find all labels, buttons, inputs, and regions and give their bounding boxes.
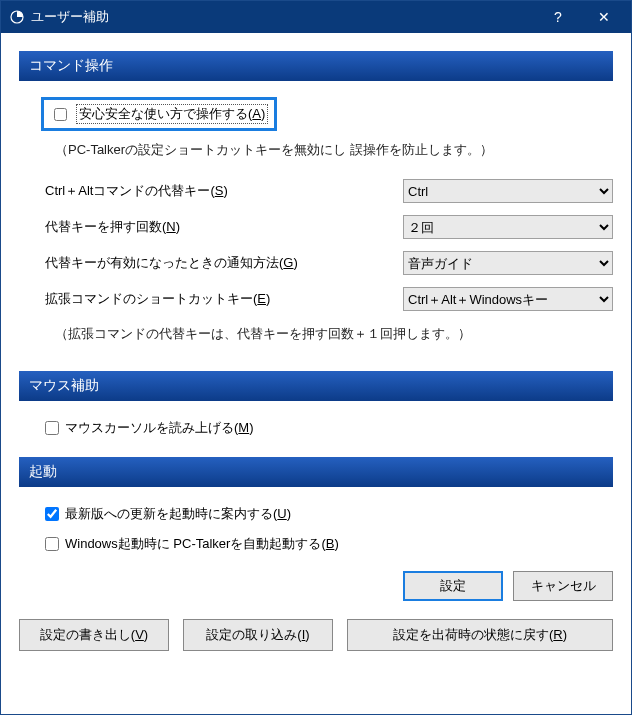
row-ext-key: 拡張コマンドのショートカットキー(E) Ctrl＋Alt＋Windowsキー — [19, 281, 613, 317]
row-count: 代替キーを押す回数(N) ２回 — [19, 209, 613, 245]
autostart-label[interactable]: Windows起動時に PC-Talkerを自動起動する(B) — [65, 535, 339, 553]
alt-key-select[interactable]: Ctrl — [403, 179, 613, 203]
section-command-header: コマンド操作 — [19, 51, 613, 81]
safe-mode-checkbox[interactable] — [54, 108, 67, 121]
section-mouse-header: マウス補助 — [19, 371, 613, 401]
cancel-button[interactable]: キャンセル — [513, 571, 613, 601]
titlebar: ユーザー補助 ? ✕ — [1, 1, 631, 33]
read-cursor-row: マウスカーソルを読み上げる(M) — [19, 413, 613, 443]
ext-key-label: 拡張コマンドのショートカットキー(E) — [45, 290, 403, 308]
app-icon — [9, 9, 25, 25]
read-cursor-checkbox[interactable] — [45, 421, 59, 435]
count-select[interactable]: ２回 — [403, 215, 613, 239]
update-guide-row: 最新版への更新を起動時に案内する(U) — [19, 499, 613, 529]
row-alt-key: Ctrl＋Altコマンドの代替キー(S) Ctrl — [19, 173, 613, 209]
alt-key-label: Ctrl＋Altコマンドの代替キー(S) — [45, 182, 403, 200]
apply-button[interactable]: 設定 — [403, 571, 503, 601]
ext-key-help: （拡張コマンドの代替キーは、代替キーを押す回数＋１回押します。） — [19, 317, 613, 357]
count-label: 代替キーを押す回数(N) — [45, 218, 403, 236]
footer-buttons: 設定の書き出し(V) 設定の取り込み(I) 設定を出荷時の状態に戻す(R) — [19, 609, 613, 651]
autostart-checkbox[interactable] — [45, 537, 59, 551]
safe-mode-label[interactable]: 安心安全な使い方で操作する(A) — [76, 104, 268, 124]
titlebar-title: ユーザー補助 — [31, 8, 535, 26]
dialog-buttons: 設定 キャンセル — [19, 559, 613, 609]
update-guide-label[interactable]: 最新版への更新を起動時に案内する(U) — [65, 505, 291, 523]
autostart-row: Windows起動時に PC-Talkerを自動起動する(B) — [19, 529, 613, 559]
notify-label: 代替キーが有効になったときの通知方法(G) — [45, 254, 403, 272]
safe-mode-group: 安心安全な使い方で操作する(A) — [41, 97, 277, 131]
dialog-window: ユーザー補助 ? ✕ コマンド操作 安心安全な使い方で操作する(A) （PC-T… — [0, 0, 632, 715]
content-area: コマンド操作 安心安全な使い方で操作する(A) （PC-Talkerの設定ショー… — [1, 33, 631, 714]
update-guide-checkbox[interactable] — [45, 507, 59, 521]
notify-select[interactable]: 音声ガイド — [403, 251, 613, 275]
reset-button[interactable]: 設定を出荷時の状態に戻す(R) — [347, 619, 613, 651]
close-button[interactable]: ✕ — [581, 1, 627, 33]
read-cursor-label[interactable]: マウスカーソルを読み上げる(M) — [65, 419, 254, 437]
export-button[interactable]: 設定の書き出し(V) — [19, 619, 169, 651]
row-notify: 代替キーが有効になったときの通知方法(G) 音声ガイド — [19, 245, 613, 281]
section-startup-header: 起動 — [19, 457, 613, 487]
help-button[interactable]: ? — [535, 1, 581, 33]
ext-key-select[interactable]: Ctrl＋Alt＋Windowsキー — [403, 287, 613, 311]
import-button[interactable]: 設定の取り込み(I) — [183, 619, 333, 651]
safe-mode-help: （PC-Talkerの設定ショートカットキーを無効にし 誤操作を防止します。） — [19, 133, 613, 173]
